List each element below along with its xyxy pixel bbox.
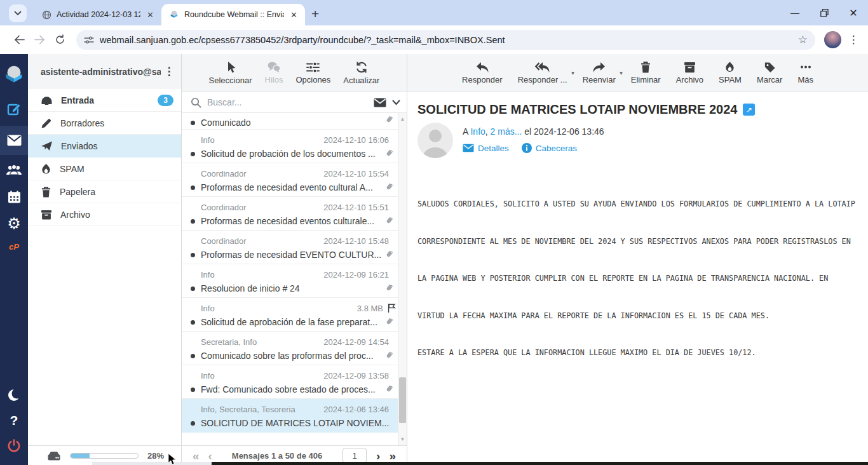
archive-button[interactable]: Archivo [676,62,703,84]
more-recipients-link[interactable]: 2 más... [491,126,522,137]
window-restore-button[interactable] [810,0,839,25]
last-page-button[interactable]: » [384,450,400,462]
headers-link[interactable]: Cabeceras [536,144,577,153]
recipient-link[interactable]: Info [470,126,485,137]
button-label: Hilos [265,75,283,84]
next-page-button[interactable]: › [372,450,384,462]
message-row[interactable]: Comunicado [182,113,398,130]
message-date: 2024-12-06 13:46 [323,405,389,414]
forward-button[interactable] [29,30,50,50]
search-input[interactable] [207,97,368,107]
mail-icon [7,135,22,146]
options-button[interactable]: Opciones [295,62,330,84]
message-row[interactable]: Coordinador2024-12-10 15:54 Proformas de… [182,163,398,197]
message-row[interactable]: Secretaria, Info2024-12-09 14:54 Comunic… [182,332,398,365]
unread-dot [191,219,195,224]
help-button[interactable]: ? [0,408,28,433]
scroll-up-icon[interactable]: ▲ [398,116,407,122]
fire-icon [41,163,51,175]
folder-item-enviados[interactable]: Enviados [28,135,181,158]
tab-close-icon[interactable]: ✕ [146,10,155,20]
button-label: Eliminar [631,75,661,84]
bookmark-star-icon[interactable]: ☆ [798,33,808,46]
message-row[interactable]: Info2024-12-10 16:06 Solicitud de probac… [182,130,398,163]
unread-dot [191,286,195,291]
dark-mode-button[interactable] [0,382,28,408]
contacts-nav-button[interactable] [0,158,28,183]
settings-nav-button[interactable]: ⚙ [0,211,28,236]
calendar-icon [8,191,21,203]
unread-dot [191,320,195,325]
window-close-button[interactable]: ✕ [839,0,868,25]
first-page-button[interactable]: « [188,450,204,462]
message-row[interactable]: Info2024-12-09 13:58 Fwd: Comunicado sob… [182,365,398,399]
message-date: 2024-12-09 13:58 [323,371,389,381]
folder-item-entrada[interactable]: Entrada 3 [28,89,181,112]
compose-button[interactable] [0,97,28,122]
tab-actividad[interactable]: Actividad 2024-12-03 12:30:00 ✕ [34,4,161,25]
prev-page-button[interactable]: ‹ [204,450,217,462]
mark-button[interactable]: Marcar [757,61,782,84]
more-button[interactable]: Más [797,61,813,84]
mail-nav-button[interactable] [0,126,28,155]
cpanel-link[interactable]: cP [0,236,28,257]
message-row[interactable]: Coordinador2024-12-10 15:51 Proformas de… [182,197,398,231]
calendar-nav-button[interactable] [0,184,28,210]
attachment-icon [384,283,394,293]
message-subject: Comunicado [201,118,389,128]
browser-profile-avatar[interactable] [824,31,841,48]
reply-all-button[interactable]: Responder ... ▾ [518,62,567,84]
threads-button[interactable]: Hilos [265,61,283,84]
tab-roundcube[interactable]: Roundcube Webmail :: Enviados ✕ [161,4,305,25]
tab-search-button[interactable] [9,4,27,22]
message-row[interactable]: Info 3.8 MB Solicitud de aprobación de l… [182,298,398,332]
message-subject: Proformas de necesidad eventos culturale… [201,216,389,226]
url-field[interactable]: webmail.sanjuan.gob.ec/cpsess6773850452/… [76,30,815,50]
folder-item-papelera[interactable]: Papelera [28,180,181,203]
scroll-down-icon[interactable]: ▼ [398,436,407,442]
reply-all-menu-caret[interactable]: ▾ [571,70,574,76]
logout-button[interactable] [0,433,28,459]
new-tab-button[interactable]: + [311,6,319,22]
folder-panel: asistente-administrativo@sa... ⋮ Entrada… [28,54,181,445]
search-scope-mail-icon[interactable] [374,98,386,107]
message-row[interactable]: Info2024-12-09 16:21 Resolucion de inici… [182,264,398,298]
folder-label: Papelera [60,187,95,197]
power-icon [7,439,21,453]
unread-dot [191,421,195,426]
delete-button[interactable]: Eliminar [631,61,661,84]
list-toolbar: Seleccionar Hilos Opciones Actualizar [182,54,407,92]
forward-button[interactable]: Reenviar ▾ [583,62,616,84]
select-button[interactable]: Seleccionar [209,61,252,85]
search-options-chevron-icon[interactable] [392,100,400,105]
to-prefix: A [463,126,470,137]
window-minimize-button[interactable]: — [780,0,810,25]
message-sender: Info [201,270,215,280]
headers-info-icon [522,143,532,153]
message-row[interactable]: Coordinador2024-12-10 15:48 Proformas de… [182,231,398,264]
account-menu-icon[interactable]: ⋮ [161,65,177,78]
page-number-input[interactable] [342,448,367,463]
folder-item-archivo[interactable]: Archivo [28,203,181,226]
tab-title: Roundcube Webmail :: Enviados [184,10,284,19]
message-size: 3.8 MB [357,304,383,313]
folder-item-borradores[interactable]: Borradores [28,112,181,135]
person-icon [417,123,453,158]
spam-button[interactable]: SPAM [719,61,742,84]
reply-button[interactable]: Responder [462,62,503,84]
forward-menu-caret[interactable]: ▾ [620,70,623,76]
recipients-line: A Info, 2 más... el 2024-12-06 13:46 [463,126,604,137]
app-rail: ⚙ cP ? [0,54,28,465]
message-row-selected[interactable]: Info, Secretaria, Tesoreria2024-12-06 13… [182,399,398,433]
reload-button[interactable] [50,30,70,50]
folder-item-spam[interactable]: SPAM [28,158,181,180]
refresh-button[interactable]: Actualizar [343,61,379,85]
details-link[interactable]: Detalles [478,144,509,153]
tab-close-icon[interactable]: ✕ [289,10,299,20]
open-in-new-window-icon[interactable]: ↗ [743,104,755,116]
back-button[interactable] [9,30,29,50]
body-line: LA PAGINA WEB Y POSTERIOR CUMPLIR CON EL… [417,273,858,285]
list-scrollbar[interactable]: ▲ ▼ [398,113,407,445]
scrollbar-thumb[interactable] [399,377,406,423]
browser-menu-icon[interactable]: ⋮ [845,33,862,46]
